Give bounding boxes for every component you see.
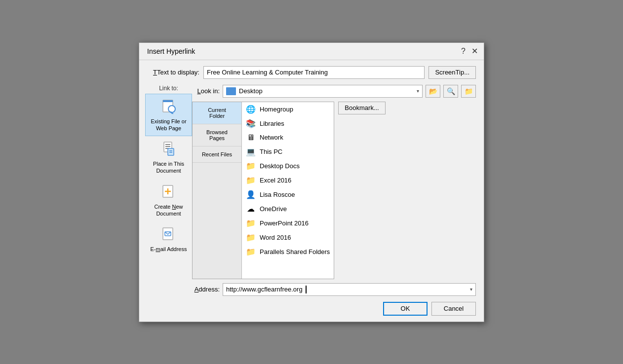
file-item-name: Word 2016 [260, 234, 291, 241]
libraries-icon: 📚 [246, 119, 256, 128]
list-item[interactable]: 👤 Lisa Roscoe [242, 187, 334, 202]
text-display-label: TText to display: [145, 69, 199, 76]
this-pc-icon: 💻 [246, 147, 256, 156]
list-item[interactable]: 📁 Parallels Shared Folders [242, 245, 334, 259]
email-label: E-mail Address [151, 246, 187, 253]
link-to-sidebar: Link to: Existing File orWeb Page [145, 85, 192, 296]
file-item-name: Parallels Shared Folders [260, 248, 330, 255]
list-item[interactable]: ☁ OneDrive [242, 202, 334, 216]
text-cursor [306, 286, 307, 293]
sidebar-item-create-new[interactable]: Create NewDocument [145, 179, 192, 222]
bottom-buttons: OK Cancel [145, 302, 476, 316]
link-to-label: Link to: [145, 85, 192, 92]
parallels-icon: 📁 [246, 247, 256, 256]
file-item-name: Homegroup [260, 106, 293, 113]
screentip-button[interactable]: ScreenTip... [428, 66, 476, 79]
browse-web-button[interactable]: 🔍 [443, 85, 458, 98]
file-item-name: Lisa Roscoe [260, 191, 295, 198]
create-new-icon [161, 183, 177, 201]
file-item-name: PowerPoint 2016 [260, 219, 309, 227]
desktop-docs-icon: 📁 [246, 161, 256, 171]
sidebar-item-place-in-doc[interactable]: Place in ThisDocument [145, 136, 192, 179]
file-list[interactable]: 🌐 Homegroup 📚 Libraries 🖥 N [242, 102, 334, 279]
email-icon [161, 226, 177, 244]
list-item[interactable]: 📁 Desktop Docs [242, 159, 334, 173]
address-row: Address: http://www.gcflearnfree.org ▾ [192, 283, 476, 296]
list-item[interactable]: 🖥 Network [242, 131, 334, 145]
ppt-icon: 📁 [246, 218, 256, 228]
browser-sidebar: CurrentFolder BrowsedPages Recent Files [193, 102, 242, 279]
browser-section: CurrentFolder BrowsedPages Recent Files … [192, 102, 476, 279]
place-in-doc-icon [161, 141, 177, 158]
desktop-folder-icon [226, 87, 236, 95]
onedrive-icon: ☁ [246, 204, 256, 214]
sidebar-item-existing-file[interactable]: Existing File orWeb Page [145, 94, 192, 137]
existing-file-icon [161, 98, 177, 116]
create-new-label: Create NewDocument [154, 203, 183, 218]
address-label: Address: [192, 286, 220, 293]
svg-point-2 [168, 106, 175, 112]
list-item[interactable]: 📁 PowerPoint 2016 [242, 216, 334, 230]
list-item[interactable]: 🌐 Homegroup [242, 102, 334, 116]
address-value: http://www.gcflearnfree.org [226, 286, 303, 293]
list-item[interactable]: 📚 Libraries [242, 116, 334, 131]
svg-rect-6 [165, 146, 170, 147]
svg-rect-5 [165, 144, 170, 145]
cancel-button[interactable]: Cancel [431, 302, 476, 316]
sidebar-item-email[interactable]: E-mail Address [145, 221, 192, 257]
dialog-title: Insert Hyperlink [147, 47, 195, 55]
word-icon: 📁 [246, 233, 256, 242]
list-item[interactable]: 📁 Word 2016 [242, 230, 334, 245]
lookin-value: Desktop [239, 87, 263, 95]
dialog-body: TText to display: ScreenTip... Link to: [139, 60, 484, 322]
ok-button[interactable]: OK [383, 302, 428, 316]
lookin-dropdown[interactable]: Desktop ▾ [223, 85, 423, 98]
address-input[interactable]: http://www.gcflearnfree.org ▾ [223, 283, 476, 296]
help-icon[interactable]: ? [461, 47, 466, 56]
insert-hyperlink-dialog: Insert Hyperlink ? ✕ TText to display: S… [139, 42, 484, 322]
file-item-name: Excel 2016 [260, 177, 291, 184]
place-in-doc-label: Place in ThisDocument [153, 160, 184, 175]
svg-rect-14 [163, 228, 173, 240]
browse-folder-button[interactable]: 📂 [426, 85, 440, 98]
browse-web-icon: 🔍 [447, 87, 455, 95]
file-item-name: This PC [260, 148, 282, 155]
browser-browsed-pages[interactable]: BrowsedPages [193, 124, 241, 146]
up-folder-button[interactable]: 📁 [461, 85, 476, 98]
titlebar-controls: ? ✕ [461, 47, 478, 56]
close-icon[interactable]: ✕ [471, 47, 478, 55]
lookin-dropdown-arrow: ▾ [417, 88, 419, 94]
up-folder-icon: 📁 [465, 87, 473, 95]
lookin-row: Look in: Desktop ▾ 📂 🔍 [192, 85, 476, 98]
text-display-row: TText to display: ScreenTip... [145, 66, 476, 79]
right-buttons: Bookmark... [338, 102, 385, 279]
file-item-name: Libraries [260, 120, 284, 127]
file-item-name: Desktop Docs [260, 162, 300, 170]
file-item-name: Network [260, 134, 283, 141]
main-content: Link to: Existing File orWeb Page [145, 85, 476, 296]
address-dropdown-arrow[interactable]: ▾ [470, 287, 472, 292]
list-item[interactable]: 📁 Excel 2016 [242, 173, 334, 187]
browse-folder-icon: 📂 [429, 87, 437, 95]
excel-icon: 📁 [246, 176, 256, 185]
right-side-content: Look in: Desktop ▾ 📂 🔍 [192, 85, 476, 296]
bookmark-button[interactable]: Bookmark... [338, 102, 385, 114]
file-item-name: OneDrive [260, 205, 287, 213]
existing-file-label: Existing File orWeb Page [151, 118, 186, 132]
svg-rect-1 [163, 100, 173, 102]
titlebar: Insert Hyperlink ? ✕ [139, 43, 484, 60]
svg-rect-9 [169, 150, 172, 151]
browser-recent-files[interactable]: Recent Files [193, 146, 241, 163]
homegroup-icon: 🌐 [246, 105, 256, 114]
network-icon: 🖥 [246, 133, 256, 142]
browser-area: CurrentFolder BrowsedPages Recent Files … [192, 102, 334, 279]
lisa-roscoe-icon: 👤 [246, 190, 256, 199]
browser-current-folder[interactable]: CurrentFolder [193, 102, 241, 124]
list-item[interactable]: 💻 This PC [242, 145, 334, 159]
svg-rect-10 [169, 152, 172, 153]
text-display-input[interactable] [203, 66, 425, 79]
lookin-label: Look in: [192, 87, 220, 95]
